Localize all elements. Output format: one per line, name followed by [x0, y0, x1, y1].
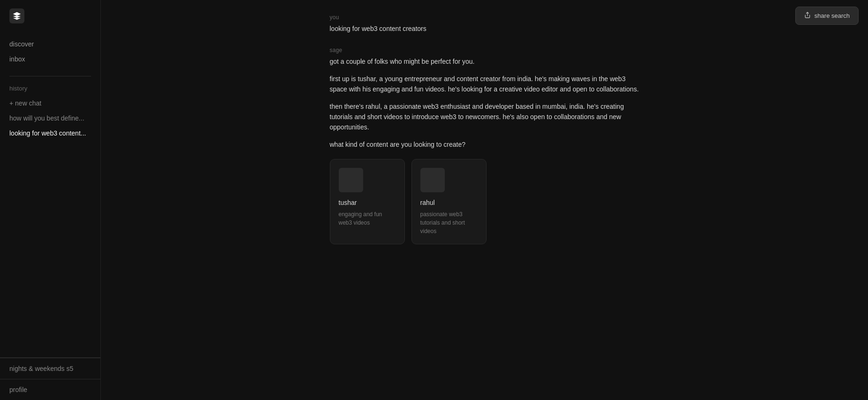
page-header: share search: [786, 0, 868, 31]
sidebar-item-discover[interactable]: discover: [0, 37, 100, 52]
tushar-description: engaging and fun web3 videos: [339, 210, 396, 227]
sage-paragraph-1: got a couple of folks who might be perfe…: [330, 56, 640, 67]
sage-message-block: sage got a couple of folks who might be …: [330, 47, 640, 244]
profile-cards-container: tushar engaging and fun web3 videos rahu…: [330, 159, 640, 244]
chat-content: you looking for web3 content creators sa…: [320, 14, 649, 257]
rahul-description: passionate web3 tutorials and short vide…: [420, 210, 478, 235]
profile-card-tushar[interactable]: tushar engaging and fun web3 videos: [330, 159, 405, 244]
sidebar-chat-item-2[interactable]: looking for web3 content...: [0, 126, 100, 141]
sidebar-bottom: nights & weekends s5 profile: [0, 357, 100, 400]
rahul-name: rahul: [420, 199, 478, 206]
sage-paragraph-3: then there's rahul, a passionate web3 en…: [330, 101, 640, 133]
sidebar-item-inbox[interactable]: inbox: [0, 52, 100, 67]
tushar-name: tushar: [339, 199, 396, 206]
sage-message-sender: sage: [330, 47, 640, 53]
share-search-button[interactable]: share search: [795, 7, 859, 25]
main-content: share search you looking for web3 conten…: [101, 0, 868, 400]
chat-area: you looking for web3 content creators sa…: [101, 0, 868, 400]
sidebar-navigation: discover inbox: [0, 32, 100, 71]
sidebar-chat-item-1[interactable]: how will you best define...: [0, 111, 100, 126]
history-label: history: [0, 81, 100, 96]
logo-container: [0, 0, 100, 32]
profile-card-rahul[interactable]: rahul passionate web3 tutorials and shor…: [411, 159, 487, 244]
rahul-avatar: [420, 168, 445, 192]
user-message-block: you looking for web3 content creators: [330, 14, 640, 34]
app-logo: [9, 8, 24, 23]
sage-paragraph-4: what kind of content are you looking to …: [330, 139, 640, 150]
sage-message-text: got a couple of folks who might be perfe…: [330, 56, 640, 150]
tushar-avatar: [339, 168, 363, 192]
share-icon: [804, 12, 811, 20]
new-chat-button[interactable]: + new chat: [0, 96, 100, 111]
sidebar-item-nights-weekends[interactable]: nights & weekends s5: [0, 358, 100, 379]
user-message-text: looking for web3 content creators: [330, 23, 640, 34]
user-message-sender: you: [330, 14, 640, 21]
sidebar-item-profile[interactable]: profile: [0, 379, 100, 400]
sage-paragraph-2: first up is tushar, a young entrepreneur…: [330, 74, 640, 95]
sidebar-divider-top: [9, 76, 91, 76]
share-search-label: share search: [815, 12, 850, 19]
sidebar: discover inbox history + new chat how wi…: [0, 0, 101, 400]
